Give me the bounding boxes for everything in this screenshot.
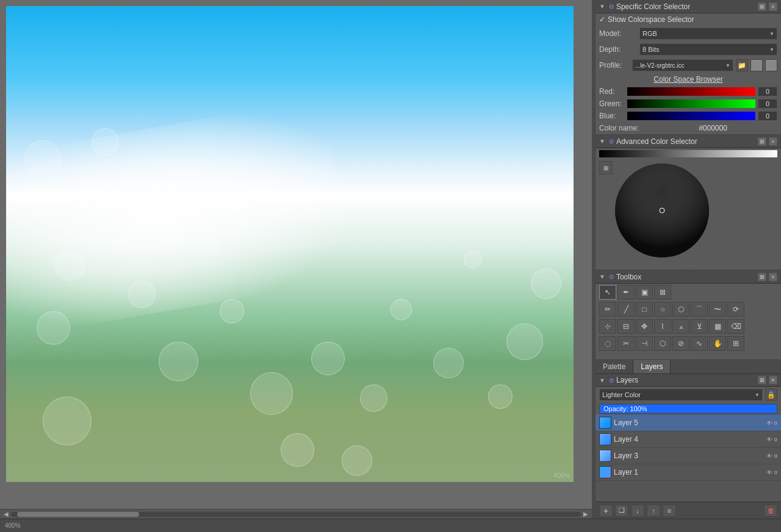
- layer-item-1[interactable]: Layer 1 👁 α: [596, 464, 781, 481]
- profile-color-btn2[interactable]: [765, 59, 777, 71]
- scroll-thumb[interactable]: [17, 512, 139, 517]
- resize-handle[interactable]: · · · · ·: [596, 262, 781, 270]
- path-btn[interactable]: ⌒: [691, 302, 708, 317]
- gradient-btn[interactable]: ▦: [709, 319, 726, 334]
- green-input[interactable]: 0: [758, 99, 777, 109]
- toolbox-separator: · · · · ·: [596, 352, 781, 359]
- show-colorspace-label[interactable]: Show Colorspace Selector: [608, 15, 694, 24]
- color-picker-btn[interactable]: ✒: [617, 285, 635, 300]
- polygon-btn[interactable]: ⬡: [672, 302, 689, 317]
- layer-item-4[interactable]: Layer 4 👁 α: [596, 431, 781, 448]
- delete-layer-btn[interactable]: 🗑: [764, 505, 777, 517]
- green-slider[interactable]: [627, 99, 755, 108]
- layers-settings-btn[interactable]: ≡: [769, 376, 777, 384]
- scroll-left-arrow[interactable]: ◀: [1, 509, 11, 519]
- right-panel: ▼ ⊙ Specific Color Selector ⊠ × ✓ Show C…: [595, 0, 781, 519]
- blue-input[interactable]: 0: [758, 111, 777, 121]
- red-slider[interactable]: [627, 87, 755, 96]
- toolbox-icon: ⊙: [609, 273, 614, 280]
- pencil-btn[interactable]: ✏: [599, 302, 616, 317]
- opacity-bar[interactable]: Opacity: 100%: [599, 404, 777, 414]
- layer-4-chain[interactable]: α: [774, 436, 777, 442]
- layers-collapse-arrow[interactable]: ▼: [599, 377, 605, 384]
- move-layer-up-btn[interactable]: ↑: [647, 505, 660, 517]
- layers-title-row: ▼ ⊙ Layers: [599, 376, 638, 384]
- layer-3-eye[interactable]: 👁: [766, 453, 772, 459]
- blue-slider[interactable]: [627, 112, 755, 120]
- layer-5-chain[interactable]: α: [774, 420, 777, 426]
- canvas-scrollbar[interactable]: ◀ ▶: [0, 509, 592, 519]
- bokeh-7: [159, 342, 198, 381]
- adv-close-btn[interactable]: ×: [769, 137, 777, 146]
- adv-collapse-arrow[interactable]: ▼: [599, 138, 605, 145]
- blend-mode-value: Lighter Color: [602, 391, 641, 398]
- move-btn[interactable]: ✥: [636, 319, 653, 334]
- depth-dropdown[interactable]: 8 Bits ▼: [639, 43, 777, 56]
- adv-color-icon: ⊙: [609, 138, 614, 145]
- hand-btn[interactable]: ✋: [709, 336, 726, 351]
- layer-5-eye[interactable]: 👁: [766, 420, 772, 426]
- ink-btn[interactable]: ⊘: [672, 336, 689, 351]
- duplicate-layer-btn[interactable]: ❑: [615, 505, 628, 517]
- layer-3-chain[interactable]: α: [774, 453, 777, 459]
- perspective-btn[interactable]: ⟁: [672, 319, 689, 334]
- scroll-track[interactable]: [11, 512, 581, 517]
- layer-item-5[interactable]: Layer 5 👁 α: [596, 415, 781, 431]
- new-layer-btn[interactable]: +: [599, 505, 613, 517]
- collapse-arrow[interactable]: ▼: [599, 3, 605, 10]
- toolbox-float-btn[interactable]: ⊠: [758, 273, 766, 281]
- color-wheel-wrapper[interactable]: [615, 164, 710, 258]
- layers-tab[interactable]: Layers: [633, 360, 671, 373]
- close-btn[interactable]: ×: [769, 2, 777, 11]
- transform-btn[interactable]: ⊹: [599, 319, 616, 334]
- move-layer-down-btn[interactable]: ↓: [631, 505, 644, 517]
- shear-btn[interactable]: ⌇: [654, 319, 671, 334]
- toolbox-close-btn[interactable]: ×: [769, 273, 777, 281]
- color-space-browser-title: Color Space Browser: [596, 73, 781, 85]
- float-btn[interactable]: ⊠: [758, 2, 766, 11]
- profile-folder-btn[interactable]: 📁: [736, 59, 748, 71]
- select-tool-btn[interactable]: ↖: [599, 285, 616, 300]
- grid-btn[interactable]: ⊞: [727, 336, 744, 351]
- scroll-right-arrow[interactable]: ▶: [581, 509, 591, 519]
- crop-btn[interactable]: ⊟: [617, 319, 635, 334]
- bokeh-2: [12, 201, 37, 226]
- blend-mode-dropdown[interactable]: Lighter Color ▼: [599, 389, 763, 401]
- layer-settings-btn[interactable]: ≡: [663, 505, 676, 517]
- layer-1-chain[interactable]: α: [774, 469, 777, 475]
- bucket-btn[interactable]: ⊻: [691, 319, 708, 334]
- scissors-btn[interactable]: ✂: [617, 336, 635, 351]
- line-btn[interactable]: ╱: [617, 302, 635, 317]
- dynamic-brush-btn[interactable]: ⟳: [727, 302, 744, 317]
- hex-mode-btn[interactable]: ⊞: [599, 161, 613, 174]
- color-name-label: Color name:: [599, 124, 645, 132]
- ellipse-btn[interactable]: ○: [654, 302, 671, 317]
- eraser-btn[interactable]: ⌫: [727, 319, 744, 334]
- adv-float-btn[interactable]: ⊠: [758, 137, 766, 146]
- bokeh-5: [128, 281, 156, 308]
- canvas-image[interactable]: 400%: [6, 6, 574, 482]
- layer-item-3[interactable]: Layer 3 👁 α: [596, 448, 781, 464]
- profile-dropdown[interactable]: ...le-V2-srgbtrc.icc ▼: [632, 59, 733, 71]
- rect-select-btn[interactable]: ▣: [636, 285, 653, 300]
- contiguous-select-btn[interactable]: ⊠: [654, 285, 671, 300]
- warp-btn[interactable]: ∿: [691, 336, 708, 351]
- layer-4-eye[interactable]: 👁: [766, 436, 772, 443]
- color-selector-header: ▼ ⊙ Specific Color Selector ⊠ ×: [596, 0, 781, 13]
- profile-color-btn1[interactable]: [750, 59, 763, 71]
- rect-btn[interactable]: □: [636, 302, 653, 317]
- color-gradient-bar[interactable]: [599, 150, 777, 157]
- align-btn[interactable]: ⊣: [636, 336, 653, 351]
- model-dropdown[interactable]: RGB ▼: [639, 27, 777, 40]
- layer-1-eye[interactable]: 👁: [766, 469, 772, 476]
- layers-float-btn[interactable]: ⊠: [758, 376, 766, 384]
- layer-5-icons: 👁 α: [766, 420, 777, 426]
- fg-select-btn[interactable]: ⬡: [654, 336, 671, 351]
- lasso-btn[interactable]: ◌: [599, 336, 616, 351]
- layer-lock-btn[interactable]: 🔒: [765, 389, 777, 401]
- red-input[interactable]: 0: [758, 87, 777, 96]
- green-label: Green:: [599, 99, 625, 108]
- toolbox-collapse-arrow[interactable]: ▼: [599, 273, 605, 280]
- palette-tab[interactable]: Palette: [596, 360, 633, 373]
- freehand-btn[interactable]: 〜: [709, 302, 726, 317]
